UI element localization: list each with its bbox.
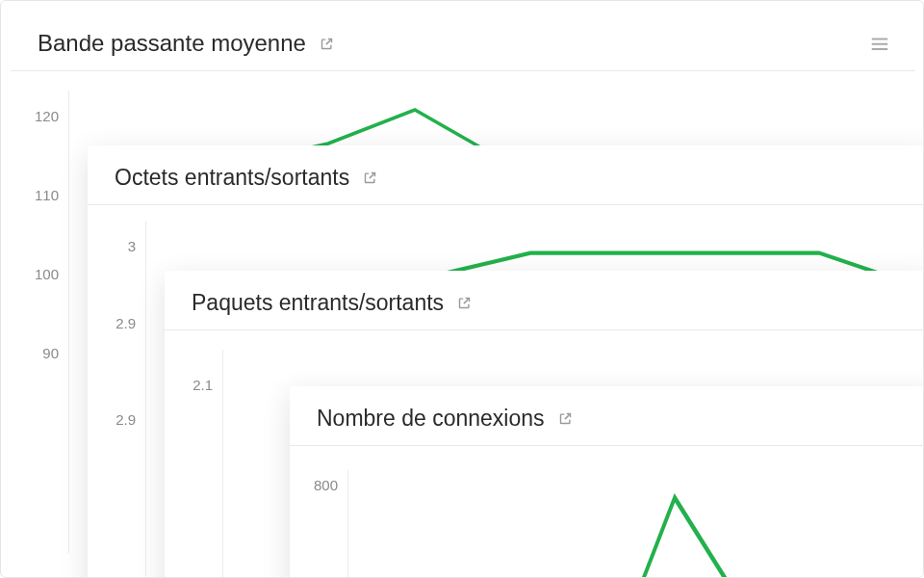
card-title: Paquets entrants/sortants xyxy=(192,290,444,316)
chart-card-connections: Nombre de connexions 800 xyxy=(290,386,924,578)
open-external-icon[interactable] xyxy=(558,411,573,426)
card-header: Octets entrants/sortants xyxy=(88,145,924,205)
card-title: Bande passante moyenne xyxy=(38,30,306,57)
y-tick: 90 xyxy=(42,345,59,361)
menu-icon[interactable] xyxy=(871,37,888,50)
open-external-icon[interactable] xyxy=(320,37,334,51)
y-tick: 110 xyxy=(35,187,59,203)
card-header: Paquets entrants/sortants xyxy=(165,271,924,330)
chart-plot xyxy=(347,446,924,578)
card-title: Octets entrants/sortants xyxy=(115,165,349,191)
y-tick: 3 xyxy=(128,238,136,254)
card-title: Nombre de connexions xyxy=(317,406,545,432)
y-tick: 2.9 xyxy=(116,411,136,428)
open-external-icon[interactable] xyxy=(363,171,377,185)
chart-body: 800 xyxy=(290,446,924,578)
open-external-icon[interactable] xyxy=(457,296,472,310)
card-header: Bande passante moyenne xyxy=(11,11,915,71)
card-header: Nombre de connexions xyxy=(290,386,924,446)
y-tick: 2.9 xyxy=(116,315,136,331)
y-tick: 800 xyxy=(314,477,338,493)
y-tick: 120 xyxy=(35,108,59,124)
y-tick: 2.1 xyxy=(192,377,213,393)
y-tick: 100 xyxy=(35,266,59,282)
card-title-wrap: Bande passante moyenne xyxy=(38,30,334,57)
